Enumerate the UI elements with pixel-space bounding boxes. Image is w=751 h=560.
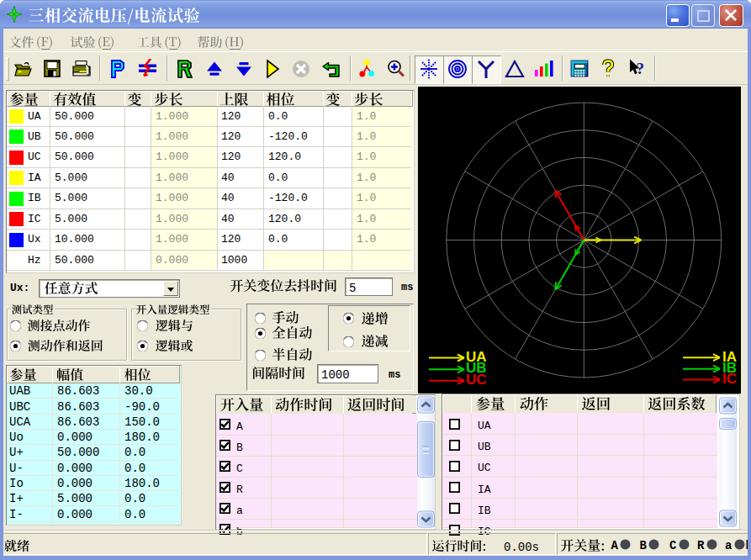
svg-text:UC: UC: [466, 372, 487, 388]
svg-text:?: ?: [637, 60, 645, 77]
svg-text:IC: IC: [722, 371, 737, 387]
